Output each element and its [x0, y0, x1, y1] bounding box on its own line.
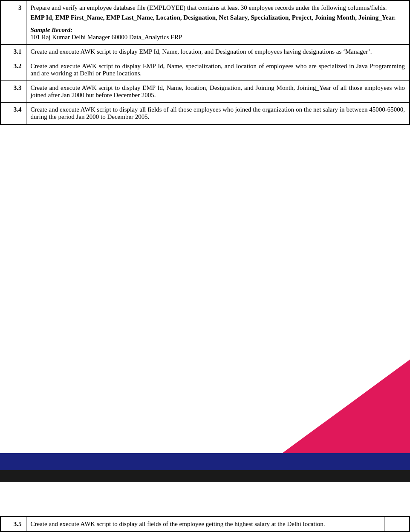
row-number-3: 3	[0, 0, 26, 45]
decorative-section	[0, 125, 410, 516]
table-row: 3.2 Create and execute AWK script to dis…	[0, 59, 410, 81]
blue-bar	[0, 453, 410, 470]
table-row: 3.4 Create and execute AWK script to dis…	[0, 103, 410, 125]
bottom-table: 3.5 Create and execute AWK script to dis…	[0, 516, 410, 532]
white-gap	[0, 482, 410, 516]
row-number-3-3: 3.3	[0, 81, 26, 103]
row-content-3-3: Create and execute AWK script to display…	[26, 81, 410, 103]
row-content-3-5: Create and execute AWK script to display…	[26, 517, 384, 532]
row-trailing-cell	[384, 517, 410, 532]
page-wrapper: 3 Prepare and verify an employee databas…	[0, 0, 410, 532]
row-content-3-4: Create and execute AWK script to display…	[26, 103, 410, 125]
row-3-sample-label: Sample Record:	[31, 26, 405, 34]
main-table: 3 Prepare and verify an employee databas…	[0, 0, 410, 125]
row-number-3-5: 3.5	[0, 517, 26, 532]
table-row: 3.1 Create and execute AWK script to dis…	[0, 45, 410, 59]
table-row: 3.5 Create and execute AWK script to dis…	[0, 517, 410, 532]
row-3-fields: EMP Id, EMP First_Name, EMP Last_Name, L…	[31, 14, 405, 21]
black-bar	[0, 470, 410, 482]
row-number-3-4: 3.4	[0, 103, 26, 125]
row-content-3-1: Create and execute AWK script to display…	[26, 45, 410, 59]
table-row: 3.3 Create and execute AWK script to dis…	[0, 81, 410, 103]
row-3-sample-data: 101 Raj Kumar Delhi Manager 60000 Data_A…	[31, 34, 405, 41]
triangle-decoration	[282, 359, 410, 453]
row-number-3-2: 3.2	[0, 59, 26, 81]
triangle-area	[0, 125, 410, 453]
row-number-3-1: 3.1	[0, 45, 26, 59]
row-content-3-2: Create and execute AWK script to display…	[26, 59, 410, 81]
row-content-3: Prepare and verify an employee database …	[26, 0, 410, 45]
row-3-intro: Prepare and verify an employee database …	[31, 4, 405, 12]
table-row: 3 Prepare and verify an employee databas…	[0, 0, 410, 45]
